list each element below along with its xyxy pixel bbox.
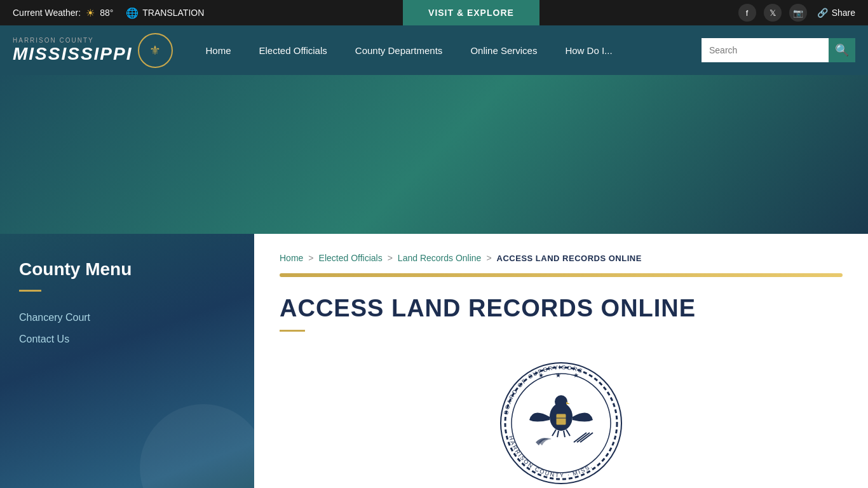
share-label: Share <box>832 8 855 18</box>
sun-icon: ☀ <box>86 7 95 19</box>
logo[interactable]: HARRISON COUNTY MISSISSIPPI ⚜ <box>13 33 173 68</box>
nav-home[interactable]: Home <box>192 25 245 75</box>
share-button[interactable]: 🔗 Share <box>817 8 855 18</box>
logo-county-text: HARRISON COUNTY <box>13 37 133 44</box>
facebook-icon[interactable]: f <box>738 4 756 22</box>
sidebar-divider <box>19 290 41 292</box>
svg-rect-6 <box>556 414 566 425</box>
nav-online-services[interactable]: Online Services <box>456 25 551 75</box>
translation-widget[interactable]: 🌐 TRANSLATION <box>126 7 204 19</box>
weather-widget: Current Weather: ☀ 88° <box>13 7 113 19</box>
logo-seal-icon: ⚜ <box>138 33 173 68</box>
breadcrumb-current: ACCESS LAND RECORDS ONLINE <box>497 254 642 263</box>
sidebar-contact-us-link[interactable]: Contact Us <box>19 334 69 344</box>
search-button[interactable]: 🔍 <box>829 38 855 62</box>
visit-explore-btn[interactable]: VISIT & EXPLORE <box>403 0 539 25</box>
logo-state-text: MISSISSIPPI <box>13 44 133 64</box>
sidebar-menu: Chancery Court Contact Us <box>19 307 235 350</box>
svg-point-4 <box>555 395 567 408</box>
nav-bar: HARRISON COUNTY MISSISSIPPI ⚜ Home Elect… <box>0 25 868 75</box>
page-title: ACCESS LAND RECORDS ONLINE <box>280 295 843 322</box>
search-area: 🔍 <box>702 38 855 62</box>
globe-icon: 🌐 <box>126 7 139 19</box>
social-icons: f 𝕏 📷 <box>738 4 807 22</box>
list-item: Contact Us <box>19 329 235 350</box>
sidebar-chancery-court-link[interactable]: Chancery Court <box>19 312 90 323</box>
title-underline <box>280 330 305 332</box>
temperature: 88° <box>100 8 113 18</box>
breadcrumb-elected-officials[interactable]: Elected Officials <box>319 253 383 263</box>
breadcrumb-sep-3: > <box>486 253 491 263</box>
main-content: Home > Elected Officials > Land Records … <box>254 234 868 488</box>
breadcrumb-home[interactable]: Home <box>280 253 303 263</box>
search-input[interactable] <box>702 38 829 62</box>
nav-how-do-i[interactable]: How Do I... <box>551 25 626 75</box>
nav-items: Home Elected Officials County Department… <box>192 25 702 75</box>
translation-label: TRANSLATION <box>142 8 204 18</box>
breadcrumb: Home > Elected Officials > Land Records … <box>280 253 843 263</box>
top-bar: Current Weather: ☀ 88° 🌐 TRANSLATION VIS… <box>0 0 868 25</box>
list-item: Chancery Court <box>19 307 235 329</box>
breadcrumb-sep-2: > <box>388 253 393 263</box>
instagram-icon[interactable]: 📷 <box>789 4 807 22</box>
weather-label: Current Weather: <box>13 8 81 18</box>
content-area: County Menu Chancery Court Contact Us Ho… <box>0 234 868 488</box>
nav-county-departments[interactable]: County Departments <box>341 25 457 75</box>
svg-line-9 <box>577 433 590 442</box>
nav-elected-officials[interactable]: Elected Officials <box>245 25 341 75</box>
seal-container: ★ ★ ★ BOARD OF SUPERVISORS HARRISON COUN… <box>280 347 843 488</box>
breadcrumb-sep-1: > <box>308 253 313 263</box>
breadcrumb-land-records[interactable]: Land Records Online <box>398 253 482 263</box>
twitter-icon[interactable]: 𝕏 <box>764 4 782 22</box>
progress-fill <box>280 273 843 277</box>
sidebar-title: County Menu <box>19 259 235 280</box>
svg-line-10 <box>580 433 593 442</box>
search-icon: 🔍 <box>835 43 849 57</box>
county-seal: ★ ★ ★ BOARD OF SUPERVISORS HARRISON COUN… <box>498 360 625 487</box>
progress-bar <box>280 273 843 277</box>
svg-line-8 <box>574 433 587 442</box>
hero-image <box>0 75 868 234</box>
sidebar: County Menu Chancery Court Contact Us <box>0 234 254 488</box>
share-icon: 🔗 <box>817 8 828 18</box>
